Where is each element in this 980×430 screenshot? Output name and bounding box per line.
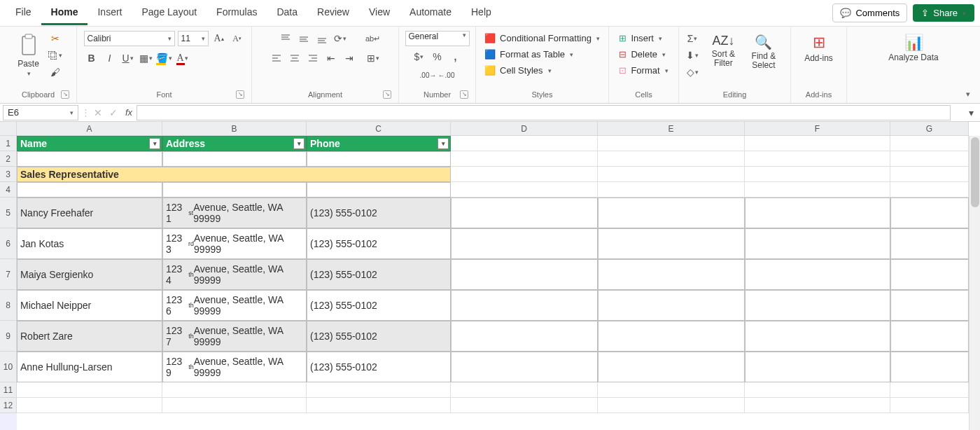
format-painter-button[interactable]: 🖌 xyxy=(48,64,63,80)
increase-font-button[interactable]: A▴ xyxy=(211,31,227,46)
cell[interactable] xyxy=(162,151,307,167)
cell-name[interactable]: Maiya Sergienko xyxy=(17,259,162,290)
cell-phone[interactable]: (123) 555-0102 xyxy=(307,228,451,259)
cell-address[interactable]: 123 7th Avenue, Seattle, WA 99999 xyxy=(162,321,307,352)
merge-button[interactable]: ⊞▾ xyxy=(367,50,379,66)
row-header-9[interactable]: 9 xyxy=(0,321,17,352)
col-header-F[interactable]: F xyxy=(745,122,890,136)
cell[interactable] xyxy=(451,197,598,228)
expand-formula-bar-button[interactable]: ▾ xyxy=(963,105,979,120)
cell-phone[interactable]: (123) 555-0102 xyxy=(307,259,451,290)
clear-button[interactable]: ◇▾ xyxy=(685,64,700,80)
cell[interactable] xyxy=(451,352,598,382)
decrease-font-button[interactable]: A▾ xyxy=(230,31,245,46)
formula-bar[interactable] xyxy=(136,105,951,120)
vertical-scrollbar[interactable]: ▲ xyxy=(969,136,980,430)
cell[interactable] xyxy=(598,290,745,321)
row-header-2[interactable]: 2 xyxy=(0,151,17,167)
cell[interactable] xyxy=(745,352,890,382)
align-center-button[interactable] xyxy=(287,50,302,66)
bold-button[interactable]: B xyxy=(84,50,99,66)
col-header-C[interactable]: C xyxy=(307,122,451,136)
cell[interactable] xyxy=(598,151,745,167)
row-header-11[interactable]: 11 xyxy=(0,382,17,398)
cell[interactable] xyxy=(598,321,745,352)
cell[interactable] xyxy=(598,228,745,259)
tab-data[interactable]: Data xyxy=(267,1,307,25)
fill-color-button[interactable]: 🪣▾ xyxy=(157,50,172,66)
sort-filter-button[interactable]: AZ↓ Sort & Filter xyxy=(704,31,743,71)
row-header-7[interactable]: 7 xyxy=(0,259,17,290)
autosum-button[interactable]: Σ▾ xyxy=(685,31,700,46)
filter-button[interactable]: ▾ xyxy=(149,138,160,149)
font-launcher[interactable]: ↘ xyxy=(236,90,244,99)
row-header-4[interactable]: 4 xyxy=(0,182,17,197)
cell-address[interactable]: 123 4th Avenue, Seattle, WA 99999 xyxy=(162,259,307,290)
scroll-thumb[interactable] xyxy=(971,137,979,207)
table-header-phone[interactable]: Phone▾ xyxy=(307,136,451,151)
section-header[interactable]: Sales Representative xyxy=(17,167,451,182)
align-right-button[interactable] xyxy=(305,50,321,66)
cell-address[interactable]: 123 3rd Avenue, Seattle, WA 99999 xyxy=(162,228,307,259)
cell[interactable] xyxy=(745,136,890,151)
tab-formulas[interactable]: Formulas xyxy=(206,1,267,25)
format-cells-button[interactable]: ⊡Format▾ xyxy=(616,63,671,78)
cell[interactable] xyxy=(598,382,745,398)
addins-button[interactable]: ⊞ Add-ins xyxy=(800,31,837,66)
increase-decimal-button[interactable]: .00→ xyxy=(421,67,436,83)
cell[interactable] xyxy=(451,136,598,151)
cell[interactable] xyxy=(307,382,451,398)
cell[interactable] xyxy=(890,182,969,197)
cell-name[interactable]: Anne Hullung-Larsen xyxy=(17,352,162,382)
font-size-select[interactable]: 11▾ xyxy=(178,31,209,46)
cell[interactable] xyxy=(745,382,890,398)
clipboard-launcher[interactable]: ↘ xyxy=(61,90,69,99)
cell[interactable] xyxy=(745,290,890,321)
conditional-formatting-button[interactable]: 🟥Conditional Formatting▾ xyxy=(482,31,603,46)
font-name-select[interactable]: Calibri▾ xyxy=(84,31,175,46)
cell[interactable] xyxy=(451,398,598,413)
comments-button[interactable]: 💬 Comments xyxy=(832,4,907,22)
cell[interactable] xyxy=(451,151,598,167)
cell-name[interactable]: Robert Zare xyxy=(17,321,162,352)
align-middle-button[interactable] xyxy=(296,31,312,46)
number-format-select[interactable]: General▾ xyxy=(405,31,470,46)
collapse-ribbon-button[interactable]: ▾ xyxy=(966,90,970,99)
cell[interactable] xyxy=(451,228,598,259)
fill-button[interactable]: ⬇▾ xyxy=(685,48,700,63)
cell[interactable] xyxy=(598,398,745,413)
tab-review[interactable]: Review xyxy=(307,1,359,25)
cell-name[interactable]: Michael Neipper xyxy=(17,290,162,321)
cell[interactable] xyxy=(598,136,745,151)
cell[interactable] xyxy=(451,382,598,398)
cell[interactable] xyxy=(451,167,598,182)
cell[interactable] xyxy=(890,321,969,352)
increase-indent-button[interactable]: ⇥ xyxy=(342,50,357,66)
cell-phone[interactable]: (123) 555-0102 xyxy=(307,290,451,321)
row-header-8[interactable]: 8 xyxy=(0,290,17,321)
name-box[interactable]: E6▾ xyxy=(3,105,78,120)
cell[interactable] xyxy=(162,382,307,398)
col-header-D[interactable]: D xyxy=(451,122,598,136)
percent-format-button[interactable]: % xyxy=(430,49,445,64)
cell[interactable] xyxy=(890,352,969,382)
enter-formula-button[interactable]: ✓ xyxy=(106,105,121,120)
tab-file[interactable]: File xyxy=(6,1,41,25)
cell[interactable] xyxy=(451,259,598,290)
row-header-6[interactable]: 6 xyxy=(0,228,17,259)
cell[interactable] xyxy=(890,167,969,182)
cell[interactable] xyxy=(598,352,745,382)
accounting-format-button[interactable]: $▾ xyxy=(412,49,427,64)
cell-address[interactable]: 123 6th Avenue, Seattle, WA 99999 xyxy=(162,290,307,321)
cell-name[interactable]: Nancy Freehafer xyxy=(17,197,162,228)
cell[interactable] xyxy=(17,151,162,167)
tab-home[interactable]: Home xyxy=(41,1,88,25)
share-button[interactable]: ⇪ Share ▾ xyxy=(913,4,974,22)
cell[interactable] xyxy=(17,182,162,197)
delete-cells-button[interactable]: ⊟Delete▾ xyxy=(616,47,668,62)
tab-page-layout[interactable]: Page Layout xyxy=(132,1,206,25)
cell[interactable] xyxy=(307,151,451,167)
fx-icon[interactable]: fx xyxy=(121,107,136,118)
cell[interactable] xyxy=(162,398,307,413)
cell[interactable] xyxy=(745,151,890,167)
